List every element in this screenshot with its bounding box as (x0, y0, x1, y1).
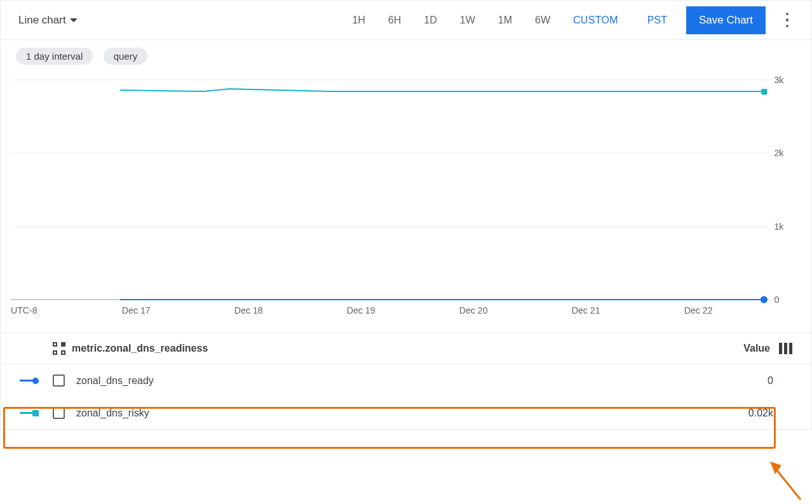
checkbox-ready[interactable] (53, 375, 65, 387)
series-line-risky (120, 89, 764, 91)
save-chart-button[interactable]: Save Chart (686, 6, 766, 34)
legend-header-row: metric.zonal_dns_readiness Value (1, 333, 811, 364)
y-tick-3k: 3k (775, 75, 785, 85)
legend-label-risky: zonal_dns_risky (76, 408, 149, 419)
range-6h[interactable]: 6H (377, 11, 412, 30)
chart-toolbar: Line chart 1H 6H 1D 1W 1M 6W CUSTOM PST … (1, 1, 811, 40)
y-tick-1k: 1k (775, 222, 785, 232)
svg-line-4 (774, 467, 801, 500)
chart-type-label: Line chart (18, 14, 66, 27)
x-tick-2: Dec 19 (347, 305, 376, 315)
svg-marker-5 (770, 461, 782, 474)
legend-row-risky[interactable]: zonal_dns_risky 0.02k (1, 397, 811, 429)
range-1w[interactable]: 1W (449, 11, 487, 30)
legend-group-label: metric.zonal_dns_readiness (72, 343, 208, 354)
x-tick-0: Dec 17 (122, 305, 151, 315)
annotation-arrow-icon (769, 460, 807, 504)
legend-row-ready[interactable]: zonal_dns_ready 0 (1, 364, 811, 397)
interval-chip[interactable]: 1 day interval (16, 48, 93, 65)
caret-down-icon (70, 18, 78, 22)
line-chart[interactable]: 3k 2k 1k 0 UTC-8 Dec 17 Dec 18 Dec 19 De… (11, 72, 801, 333)
range-1h[interactable]: 1H (341, 11, 376, 30)
legend-value-header: Value (743, 343, 770, 354)
query-chip[interactable]: query (104, 48, 148, 65)
chart-type-selector[interactable]: Line chart (18, 14, 78, 27)
legend-table: metric.zonal_dns_readiness Value zonal_d… (1, 333, 811, 429)
range-6w[interactable]: 6W (524, 11, 562, 30)
x-tz-label: UTC-8 (11, 305, 37, 315)
columns-icon[interactable] (779, 343, 792, 354)
series-end-marker-risky (761, 89, 767, 95)
x-tick-1: Dec 18 (234, 305, 263, 315)
series-swatch-risky (20, 410, 39, 416)
series-swatch-ready (20, 378, 39, 384)
y-tick-0: 0 (775, 295, 780, 305)
more-options-button[interactable] (775, 8, 800, 33)
filter-chips-row: 1 day interval query (1, 40, 811, 72)
time-range-group: 1H 6H 1D 1W 1M 6W CUSTOM (341, 11, 629, 30)
x-tick-3: Dec 20 (459, 305, 488, 315)
y-tick-2k: 2k (775, 148, 785, 158)
legend-value-ready: 0 (768, 375, 773, 387)
metrics-panel: Line chart 1H 6H 1D 1W 1M 6W CUSTOM PST … (0, 0, 812, 430)
checkbox-risky[interactable] (53, 407, 65, 419)
x-tick-5: Dec 22 (684, 305, 713, 315)
x-tick-4: Dec 21 (572, 305, 600, 315)
group-by-icon (53, 342, 65, 355)
timezone-selector[interactable]: PST (647, 15, 667, 26)
legend-label-ready: zonal_dns_ready (76, 375, 154, 387)
range-custom[interactable]: CUSTOM (562, 11, 630, 30)
more-vert-icon (786, 11, 789, 29)
legend-value-risky: 0.02k (748, 408, 773, 419)
series-end-marker-ready (761, 296, 768, 303)
range-1m[interactable]: 1M (487, 11, 524, 30)
range-1d[interactable]: 1D (412, 11, 448, 30)
